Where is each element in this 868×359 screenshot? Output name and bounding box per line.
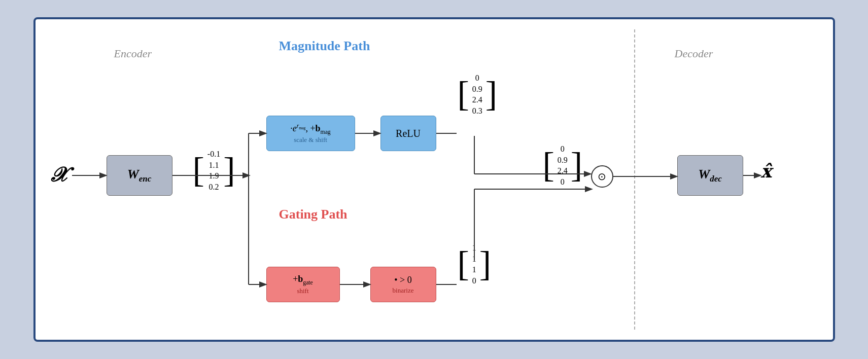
scale-shift-main: ·ermag, +bmag <box>290 123 330 135</box>
encoder-label: Encoder <box>114 47 152 60</box>
relu-box: ReLU <box>380 116 436 151</box>
multiply-result-matrix: [ 0 0.9 2.4 0 ] <box>543 143 583 187</box>
mult-bracket-left: [ <box>543 146 554 185</box>
diagram-container: Encoder Decoder Magnitude Path Gating Pa… <box>33 17 835 342</box>
decoder-label: Decoder <box>675 47 713 60</box>
binarize-main: • > 0 <box>394 275 411 285</box>
magnitude-output-matrix: [ 0 0.9 2.4 0.3 ] <box>458 73 498 116</box>
gate-bracket-right: ] <box>479 244 491 283</box>
mag-bracket-left: [ <box>458 75 469 114</box>
multiply-node: ⊙ <box>591 165 613 188</box>
gating-output-matrix: [ 1 1 1 0 ] <box>458 242 492 286</box>
w-enc-sub: enc <box>139 174 151 184</box>
input-x: 𝒳 <box>50 163 65 187</box>
binarize-sublabel: binarize <box>393 286 414 295</box>
w-dec-sub: dec <box>710 174 721 184</box>
w-enc-box: Wenc <box>107 155 172 196</box>
w-dec-label: Wdec <box>698 167 722 184</box>
mag-bracket-right: ] <box>485 75 497 114</box>
mag-matrix-values: 0 0.9 2.4 0.3 <box>472 73 482 116</box>
binarize-box: • > 0 binarize <box>370 267 436 302</box>
section-divider <box>634 29 635 330</box>
bracket-left: [ <box>193 151 204 190</box>
output-xhat: x̂ <box>761 160 772 182</box>
bracket-right: ] <box>223 151 235 190</box>
circle-dot-symbol: ⊙ <box>598 170 606 183</box>
scale-shift-sublabel: scale & shift <box>294 136 327 144</box>
gating-path-label: Gating Path <box>279 207 348 222</box>
xhat-symbol: x̂ <box>761 160 772 182</box>
mult-bracket-right: ] <box>571 146 582 185</box>
magnitude-path-label: Magnitude Path <box>279 39 370 54</box>
gate-matrix-values: 1 1 1 0 <box>472 242 476 286</box>
relu-label: ReLU <box>396 128 421 139</box>
bias-gate-sublabel: shift <box>297 287 308 295</box>
w-enc-label: Wenc <box>127 167 152 184</box>
scale-shift-box: ·ermag, +bmag scale & shift <box>266 116 355 151</box>
w-dec-box: Wdec <box>677 155 743 196</box>
encoder-output-matrix: [ -0.1 1.1 1.9 0.2 ] <box>193 149 235 192</box>
bias-gate-main: +bgate <box>293 274 313 286</box>
bias-gate-box: +bgate shift <box>266 267 340 302</box>
gate-bracket-left: [ <box>458 244 469 283</box>
mult-matrix-values: 0 0.9 2.4 0 <box>558 143 568 187</box>
encoder-matrix-values: -0.1 1.1 1.9 0.2 <box>207 149 220 192</box>
